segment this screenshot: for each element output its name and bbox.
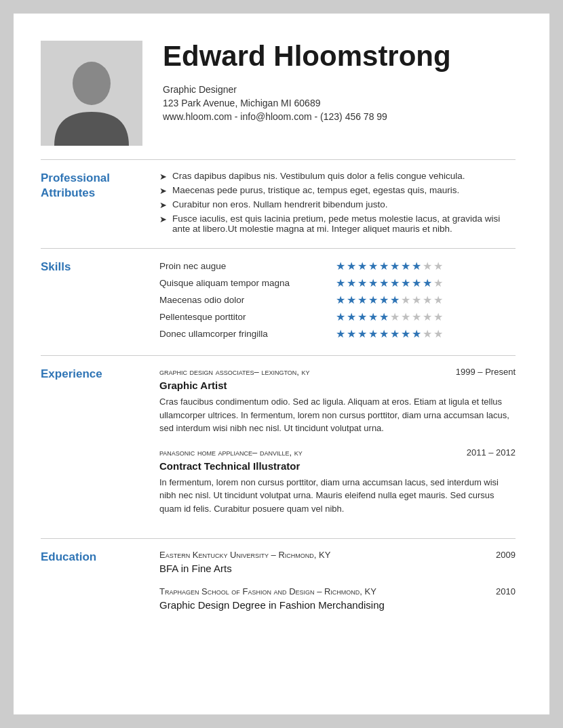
skill-stars: ★★★★★★★★★★ <box>336 327 443 340</box>
edu-year: 2009 <box>496 550 516 560</box>
star-filled: ★ <box>412 277 421 289</box>
contact-info: www.hloom.com - info@hloom.com - (123) 4… <box>163 111 516 122</box>
star-empty: ★ <box>412 310 421 323</box>
star-filled: ★ <box>336 327 345 340</box>
exp-description: In fermentum, lorem non cursus porttitor… <box>159 476 516 516</box>
star-empty: ★ <box>433 277 443 289</box>
star-filled: ★ <box>357 260 367 272</box>
star-empty: ★ <box>433 294 443 306</box>
exp-company: Graphic Design Associates– Lexington, KY <box>159 367 310 377</box>
skills-section: Skills Proin nec augue★★★★★★★★★★Quisque … <box>41 248 516 355</box>
attributes-list: ➤Cras dapibus dapibus nis. Vestibulum qu… <box>159 171 516 234</box>
star-filled: ★ <box>357 327 367 340</box>
skill-row: Maecenas odio dolor★★★★★★★★★★ <box>159 294 516 306</box>
star-empty: ★ <box>433 260 443 272</box>
exp-header: Graphic Design Associates– Lexington, KY… <box>159 367 516 377</box>
star-empty: ★ <box>390 310 400 323</box>
attribute-item: ➤Maecenas pede purus, tristique ac, temp… <box>159 185 516 196</box>
avatar <box>41 41 142 146</box>
star-filled: ★ <box>347 277 356 289</box>
edu-header: Traphagen School of Fashion and Design –… <box>159 586 516 596</box>
experience-label: Experience <box>41 367 159 527</box>
job-title: Graphic Designer <box>163 84 516 95</box>
star-filled: ★ <box>347 294 356 306</box>
star-empty: ★ <box>412 294 421 306</box>
star-filled: ★ <box>357 294 367 306</box>
star-filled: ★ <box>379 277 389 289</box>
edu-school: Eastern Kentucky University – Richmond, … <box>159 550 330 560</box>
arrow-icon: ➤ <box>159 171 167 182</box>
star-filled: ★ <box>390 294 400 306</box>
skill-row: Quisque aliquam tempor magna★★★★★★★★★★ <box>159 277 516 289</box>
star-filled: ★ <box>357 310 367 323</box>
experience-entry: Graphic Design Associates– Lexington, KY… <box>159 367 516 435</box>
star-filled: ★ <box>347 260 356 272</box>
attribute-item: ➤Curabitur non eros. Nullam hendrerit bi… <box>159 199 516 210</box>
skill-name: Maecenas odio dolor <box>159 295 336 305</box>
exp-title: Graphic Artist <box>159 380 516 391</box>
star-empty: ★ <box>423 260 432 272</box>
star-filled: ★ <box>401 277 410 289</box>
edu-header: Eastern Kentucky University – Richmond, … <box>159 550 516 560</box>
star-filled: ★ <box>390 327 400 340</box>
skill-stars: ★★★★★★★★★★ <box>336 310 443 323</box>
star-filled: ★ <box>368 294 378 306</box>
star-filled: ★ <box>412 327 421 340</box>
svg-point-0 <box>73 62 111 105</box>
star-filled: ★ <box>379 294 389 306</box>
exp-dates: 1999 – Present <box>456 367 516 377</box>
professional-content: ➤Cras dapibus dapibus nis. Vestibulum qu… <box>159 171 516 237</box>
exp-company: Panasonic Home Appliance– Danville, KY <box>159 447 303 458</box>
arrow-icon: ➤ <box>159 186 167 196</box>
skill-row: Pellentesque porttitor★★★★★★★★★★ <box>159 310 516 323</box>
star-filled: ★ <box>368 260 378 272</box>
skill-row: Donec ullamcorper fringilla★★★★★★★★★★ <box>159 327 516 340</box>
star-empty: ★ <box>401 310 410 323</box>
star-empty: ★ <box>423 327 432 340</box>
edu-year: 2010 <box>496 586 516 596</box>
header-info: Edward Hloomstrong Graphic Designer 123 … <box>163 41 516 122</box>
skill-row: Proin nec augue★★★★★★★★★★ <box>159 260 516 272</box>
resume-document: Edward Hloomstrong Graphic Designer 123 … <box>14 14 549 714</box>
star-filled: ★ <box>336 277 345 289</box>
star-filled: ★ <box>401 327 410 340</box>
star-filled: ★ <box>390 260 400 272</box>
exp-header: Panasonic Home Appliance– Danville, KY 2… <box>159 447 516 458</box>
star-filled: ★ <box>412 260 421 272</box>
star-filled: ★ <box>368 310 378 323</box>
star-empty: ★ <box>423 294 432 306</box>
attribute-item: ➤Cras dapibus dapibus nis. Vestibulum qu… <box>159 171 516 182</box>
exp-title: Contract Technical Illustrator <box>159 460 516 472</box>
star-filled: ★ <box>368 277 378 289</box>
star-filled: ★ <box>423 277 432 289</box>
exp-dates: 2011 – 2012 <box>467 447 516 458</box>
full-name: Edward Hloomstrong <box>163 41 516 72</box>
skill-stars: ★★★★★★★★★★ <box>336 294 443 306</box>
header-section: Edward Hloomstrong Graphic Designer 123 … <box>41 41 516 146</box>
star-filled: ★ <box>368 327 378 340</box>
star-filled: ★ <box>347 310 356 323</box>
education-entry: Traphagen School of Fashion and Design –… <box>159 586 516 611</box>
star-empty: ★ <box>433 327 443 340</box>
edu-degree: Graphic Design Degree in Fashion Merchan… <box>159 599 516 611</box>
star-filled: ★ <box>401 260 410 272</box>
skill-stars: ★★★★★★★★★★ <box>336 277 443 289</box>
experience-section: Experience Graphic Design Associates– Le… <box>41 355 516 538</box>
star-filled: ★ <box>347 327 356 340</box>
skill-name: Pellentesque porttitor <box>159 312 336 322</box>
professional-label: ProfessionalAttributes <box>41 171 159 237</box>
star-empty: ★ <box>401 294 410 306</box>
education-content: Eastern Kentucky University – Richmond, … <box>159 550 516 623</box>
attribute-item: ➤Fusce iaculis, est quis lacinia pretium… <box>159 214 516 234</box>
education-label: Education <box>41 550 159 623</box>
skills-label: Skills <box>41 260 159 344</box>
star-filled: ★ <box>379 327 389 340</box>
star-filled: ★ <box>336 260 345 272</box>
skill-name: Donec ullamcorper fringilla <box>159 329 336 339</box>
experience-content: Graphic Design Associates– Lexington, KY… <box>159 367 516 527</box>
star-filled: ★ <box>357 277 367 289</box>
star-filled: ★ <box>390 277 400 289</box>
arrow-icon: ➤ <box>159 200 167 210</box>
experience-entry: Panasonic Home Appliance– Danville, KY 2… <box>159 447 516 516</box>
arrow-icon: ➤ <box>159 214 167 224</box>
